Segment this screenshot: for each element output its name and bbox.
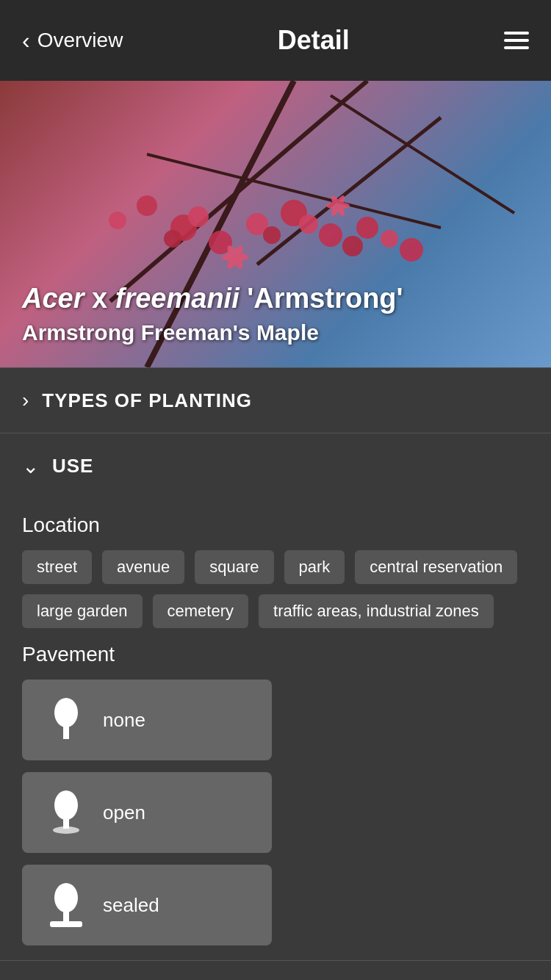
hamburger-line-2 <box>504 39 529 42</box>
svg-point-15 <box>356 217 378 239</box>
hero-text-container: Acer x freemanii 'Armstrong' Armstrong F… <box>22 282 529 345</box>
svg-point-14 <box>342 236 363 256</box>
genus-name: Acer <box>22 283 84 314</box>
svg-rect-33 <box>50 921 82 927</box>
svg-point-30 <box>53 826 79 834</box>
pavement-none-icon <box>44 694 88 746</box>
svg-point-18 <box>137 195 157 216</box>
pavement-open-icon <box>44 787 88 838</box>
back-chevron-icon: ‹ <box>22 27 30 54</box>
pavement-sealed-icon <box>44 879 88 931</box>
characteristics-header[interactable]: › CHARACTERISTICS <box>0 961 551 980</box>
location-tags: street avenue square park central reserv… <box>22 550 529 628</box>
tag-traffic-areas[interactable]: traffic areas, industrial zones <box>259 594 494 628</box>
use-section: ⌄ USE Location street avenue square park… <box>0 433 551 960</box>
hero-image: Acer x freemanii 'Armstrong' Armstrong F… <box>0 81 551 367</box>
tag-cemetery[interactable]: cemetery <box>153 594 248 628</box>
pavement-open-card[interactable]: open <box>22 772 272 853</box>
characteristics-section: › CHARACTERISTICS <box>0 960 551 980</box>
types-of-planting-header[interactable]: › TYPES OF PLANTING <box>0 368 551 433</box>
svg-point-26 <box>54 698 78 727</box>
tag-park[interactable]: park <box>284 550 345 584</box>
common-name: Armstrong Freeman's Maple <box>22 320 529 345</box>
app-header: ‹ Overview Detail <box>0 0 551 81</box>
back-label: Overview <box>37 29 123 52</box>
svg-point-7 <box>164 230 181 248</box>
tag-large-garden[interactable]: large garden <box>22 594 143 628</box>
pavement-options: none open <box>22 680 529 945</box>
species-connector: x <box>92 283 115 314</box>
pavement-none-label: none <box>103 709 145 732</box>
pavement-title: Pavement <box>22 643 529 666</box>
tag-central-reservation[interactable]: central reservation <box>355 550 517 584</box>
svg-point-19 <box>109 212 126 229</box>
svg-rect-27 <box>63 726 69 739</box>
hamburger-line-1 <box>504 32 529 35</box>
page-title: Detail <box>278 25 350 56</box>
back-button[interactable]: ‹ Overview <box>22 27 123 54</box>
types-of-planting-label: TYPES OF PLANTING <box>42 389 252 412</box>
pavement-sealed-label: sealed <box>103 894 159 917</box>
use-content: Location street avenue square park centr… <box>0 499 551 960</box>
svg-point-6 <box>188 206 209 227</box>
svg-point-12 <box>299 215 318 234</box>
use-arrow-icon: ⌄ <box>22 454 39 478</box>
tag-square[interactable]: square <box>195 550 273 584</box>
species-name: freemanii <box>115 283 240 314</box>
types-of-planting-section: › TYPES OF PLANTING <box>0 367 551 433</box>
svg-point-28 <box>54 790 78 820</box>
svg-point-22 <box>222 253 248 262</box>
svg-line-1 <box>110 81 367 301</box>
location-title: Location <box>22 514 529 537</box>
svg-point-16 <box>381 230 398 248</box>
svg-point-13 <box>319 223 342 247</box>
cultivar-name: 'Armstrong' <box>247 283 403 314</box>
svg-point-17 <box>400 238 423 262</box>
svg-rect-32 <box>63 911 69 921</box>
tag-avenue[interactable]: avenue <box>102 550 184 584</box>
pavement-sealed-card[interactable]: sealed <box>22 865 272 945</box>
pavement-open-label: open <box>103 801 145 824</box>
scientific-name: Acer x freemanii 'Armstrong' <box>22 282 529 316</box>
use-section-header[interactable]: ⌄ USE <box>0 433 551 499</box>
svg-point-10 <box>263 226 281 244</box>
svg-point-31 <box>54 883 78 912</box>
svg-point-25 <box>326 202 350 209</box>
hamburger-line-3 <box>504 46 529 49</box>
svg-line-4 <box>331 96 514 213</box>
use-label: USE <box>52 455 93 478</box>
pavement-none-card[interactable]: none <box>22 680 272 760</box>
menu-button[interactable] <box>504 32 529 49</box>
tag-street[interactable]: street <box>22 550 92 584</box>
types-of-planting-arrow-icon: › <box>22 389 29 412</box>
